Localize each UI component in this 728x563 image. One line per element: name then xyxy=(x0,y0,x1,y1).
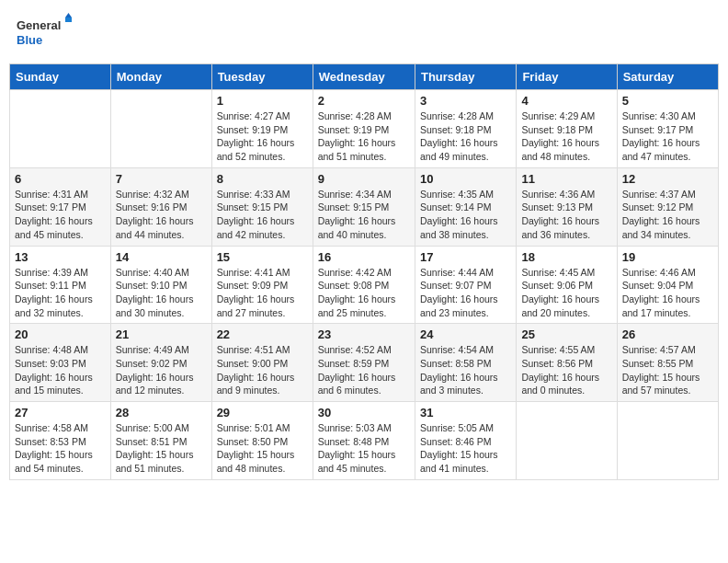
day-number: 27 xyxy=(15,406,106,419)
day-info: Sunrise: 4:48 AMSunset: 9:03 PMDaylight:… xyxy=(15,344,93,396)
calendar-cell: 23 Sunrise: 4:52 AMSunset: 8:59 PMDaylig… xyxy=(313,324,415,402)
day-number: 14 xyxy=(116,250,207,264)
weekday-header-saturday: Saturday xyxy=(617,64,718,90)
day-info: Sunrise: 4:36 AMSunset: 9:13 PMDaylight:… xyxy=(521,189,599,240)
day-info: Sunrise: 4:51 AMSunset: 9:00 PMDaylight:… xyxy=(217,344,295,396)
day-number: 10 xyxy=(420,172,511,186)
weekday-header-friday: Friday xyxy=(517,64,617,90)
calendar-cell xyxy=(517,402,617,480)
weekday-header-wednesday: Wednesday xyxy=(313,64,415,90)
calendar-cell: 18 Sunrise: 4:45 AMSunset: 9:06 PMDaylig… xyxy=(517,246,617,324)
day-info: Sunrise: 5:05 AMSunset: 8:46 PMDaylight:… xyxy=(420,422,498,474)
day-info: Sunrise: 5:01 AMSunset: 8:50 PMDaylight:… xyxy=(217,422,295,474)
calendar-cell: 7 Sunrise: 4:32 AMSunset: 9:16 PMDayligh… xyxy=(110,167,211,246)
week-row-1: 1 Sunrise: 4:27 AMSunset: 9:19 PMDayligh… xyxy=(10,90,719,168)
calendar-cell: 25 Sunrise: 4:55 AMSunset: 8:56 PMDaylig… xyxy=(517,324,617,402)
week-row-4: 20 Sunrise: 4:48 AMSunset: 9:03 PMDaylig… xyxy=(10,324,719,402)
calendar-cell: 2 Sunrise: 4:28 AMSunset: 9:19 PMDayligh… xyxy=(313,90,415,168)
day-info: Sunrise: 4:52 AMSunset: 8:59 PMDaylight:… xyxy=(318,344,396,396)
svg-marker-2 xyxy=(65,13,72,17)
day-info: Sunrise: 4:40 AMSunset: 9:10 PMDaylight:… xyxy=(116,267,194,318)
svg-marker-3 xyxy=(65,17,72,22)
week-row-5: 27 Sunrise: 4:58 AMSunset: 8:53 PMDaylig… xyxy=(10,402,719,480)
calendar-cell: 9 Sunrise: 4:34 AMSunset: 9:15 PMDayligh… xyxy=(313,167,415,246)
day-number: 25 xyxy=(521,327,611,341)
day-number: 24 xyxy=(420,327,511,341)
calendar-cell: 17 Sunrise: 4:44 AMSunset: 9:07 PMDaylig… xyxy=(415,246,516,324)
day-info: Sunrise: 4:49 AMSunset: 9:02 PMDaylight:… xyxy=(116,344,194,396)
day-info: Sunrise: 4:42 AMSunset: 9:08 PMDaylight:… xyxy=(318,267,396,318)
day-number: 13 xyxy=(15,250,106,264)
day-info: Sunrise: 4:41 AMSunset: 9:09 PMDaylight:… xyxy=(217,267,295,318)
day-info: Sunrise: 4:27 AMSunset: 9:19 PMDaylight:… xyxy=(217,110,295,162)
svg-text:Blue: Blue xyxy=(17,33,42,47)
calendar-cell: 16 Sunrise: 4:42 AMSunset: 9:08 PMDaylig… xyxy=(313,246,415,324)
day-info: Sunrise: 4:30 AMSunset: 9:17 PMDaylight:… xyxy=(622,110,700,162)
day-number: 8 xyxy=(217,172,308,186)
calendar-cell: 24 Sunrise: 4:54 AMSunset: 8:58 PMDaylig… xyxy=(415,324,516,402)
day-number: 22 xyxy=(217,327,308,341)
calendar-cell: 1 Sunrise: 4:27 AMSunset: 9:19 PMDayligh… xyxy=(211,90,313,168)
day-info: Sunrise: 4:46 AMSunset: 9:04 PMDaylight:… xyxy=(622,267,700,318)
calendar-cell: 30 Sunrise: 5:03 AMSunset: 8:48 PMDaylig… xyxy=(313,402,415,480)
day-number: 20 xyxy=(15,327,106,341)
weekday-header-row: SundayMondayTuesdayWednesdayThursdayFrid… xyxy=(10,64,719,90)
day-number: 9 xyxy=(318,172,410,186)
day-info: Sunrise: 4:33 AMSunset: 9:15 PMDaylight:… xyxy=(217,189,295,240)
day-number: 3 xyxy=(420,94,511,108)
day-info: Sunrise: 4:34 AMSunset: 9:15 PMDaylight:… xyxy=(318,189,396,240)
calendar-cell: 8 Sunrise: 4:33 AMSunset: 9:15 PMDayligh… xyxy=(211,167,313,246)
calendar-cell: 19 Sunrise: 4:46 AMSunset: 9:04 PMDaylig… xyxy=(617,246,718,324)
day-info: Sunrise: 4:35 AMSunset: 9:14 PMDaylight:… xyxy=(420,189,498,240)
day-number: 29 xyxy=(217,406,308,419)
day-number: 23 xyxy=(318,327,410,341)
day-number: 19 xyxy=(622,250,713,264)
calendar-cell: 27 Sunrise: 4:58 AMSunset: 8:53 PMDaylig… xyxy=(10,402,111,480)
day-number: 17 xyxy=(420,250,511,264)
day-number: 15 xyxy=(217,250,308,264)
day-number: 26 xyxy=(622,327,713,341)
day-info: Sunrise: 5:03 AMSunset: 8:48 PMDaylight:… xyxy=(318,422,396,474)
day-info: Sunrise: 4:54 AMSunset: 8:58 PMDaylight:… xyxy=(420,344,498,396)
logo-svg: General Blue xyxy=(17,13,72,54)
calendar-cell: 22 Sunrise: 4:51 AMSunset: 9:00 PMDaylig… xyxy=(211,324,313,402)
week-row-2: 6 Sunrise: 4:31 AMSunset: 9:17 PMDayligh… xyxy=(10,167,719,246)
day-number: 6 xyxy=(15,172,106,186)
calendar-cell: 20 Sunrise: 4:48 AMSunset: 9:03 PMDaylig… xyxy=(10,324,111,402)
day-info: Sunrise: 4:57 AMSunset: 8:55 PMDaylight:… xyxy=(622,344,700,396)
calendar-cell: 31 Sunrise: 5:05 AMSunset: 8:46 PMDaylig… xyxy=(415,402,516,480)
calendar-cell: 13 Sunrise: 4:39 AMSunset: 9:11 PMDaylig… xyxy=(10,246,111,324)
calendar-cell: 11 Sunrise: 4:36 AMSunset: 9:13 PMDaylig… xyxy=(517,167,617,246)
day-info: Sunrise: 4:32 AMSunset: 9:16 PMDaylight:… xyxy=(116,189,194,240)
calendar-cell xyxy=(617,402,718,480)
calendar-cell: 14 Sunrise: 4:40 AMSunset: 9:10 PMDaylig… xyxy=(110,246,211,324)
calendar-cell: 5 Sunrise: 4:30 AMSunset: 9:17 PMDayligh… xyxy=(617,90,718,168)
day-number: 2 xyxy=(318,94,410,108)
day-number: 5 xyxy=(622,94,713,108)
day-number: 18 xyxy=(521,250,611,264)
day-info: Sunrise: 4:29 AMSunset: 9:18 PMDaylight:… xyxy=(521,110,599,162)
day-number: 4 xyxy=(521,94,611,108)
day-info: Sunrise: 5:00 AMSunset: 8:51 PMDaylight:… xyxy=(116,422,194,474)
calendar-cell: 4 Sunrise: 4:29 AMSunset: 9:18 PMDayligh… xyxy=(517,90,617,168)
calendar-cell: 6 Sunrise: 4:31 AMSunset: 9:17 PMDayligh… xyxy=(10,167,111,246)
calendar-cell: 28 Sunrise: 5:00 AMSunset: 8:51 PMDaylig… xyxy=(110,402,211,480)
day-number: 7 xyxy=(116,172,207,186)
calendar: SundayMondayTuesdayWednesdayThursdayFrid… xyxy=(9,63,719,480)
calendar-cell: 15 Sunrise: 4:41 AMSunset: 9:09 PMDaylig… xyxy=(211,246,313,324)
header: General Blue xyxy=(9,9,719,58)
day-number: 31 xyxy=(420,406,511,419)
calendar-cell: 12 Sunrise: 4:37 AMSunset: 9:12 PMDaylig… xyxy=(617,167,718,246)
day-info: Sunrise: 4:55 AMSunset: 8:56 PMDaylight:… xyxy=(521,344,599,396)
day-info: Sunrise: 4:28 AMSunset: 9:18 PMDaylight:… xyxy=(420,110,498,162)
calendar-cell xyxy=(110,90,211,168)
day-info: Sunrise: 4:44 AMSunset: 9:07 PMDaylight:… xyxy=(420,267,498,318)
calendar-cell xyxy=(10,90,111,168)
day-info: Sunrise: 4:45 AMSunset: 9:06 PMDaylight:… xyxy=(521,267,599,318)
logo: General Blue xyxy=(17,13,72,54)
day-info: Sunrise: 4:37 AMSunset: 9:12 PMDaylight:… xyxy=(622,189,700,240)
day-number: 16 xyxy=(318,250,410,264)
calendar-cell: 21 Sunrise: 4:49 AMSunset: 9:02 PMDaylig… xyxy=(110,324,211,402)
svg-text:General: General xyxy=(17,18,61,32)
calendar-cell: 26 Sunrise: 4:57 AMSunset: 8:55 PMDaylig… xyxy=(617,324,718,402)
